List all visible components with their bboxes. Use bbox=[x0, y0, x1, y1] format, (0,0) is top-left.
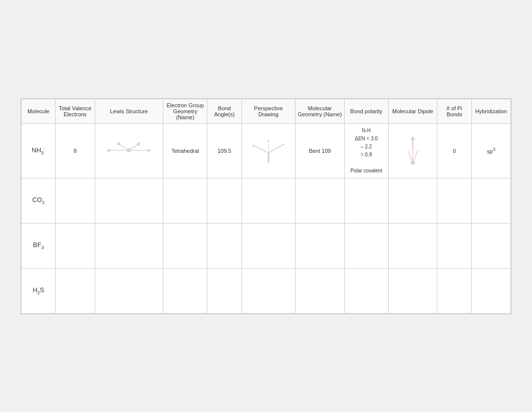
header-row: Molecule Total Valence Electrons Lewis S… bbox=[22, 99, 511, 123]
svg-marker-21 bbox=[411, 136, 415, 140]
svg-point-4 bbox=[147, 149, 150, 152]
cell-mgeo-nh3: Bent 109 bbox=[296, 123, 345, 178]
cell-lewis-h2s bbox=[95, 268, 163, 313]
svg-point-19 bbox=[411, 161, 415, 165]
svg-point-13 bbox=[252, 144, 254, 146]
molecular-dipole-nh3 bbox=[398, 133, 428, 168]
header-lewis: Lewis Structure bbox=[95, 99, 163, 123]
svg-point-6 bbox=[137, 142, 140, 145]
svg-point-15 bbox=[268, 139, 270, 141]
perspective-drawing-nh3 bbox=[248, 135, 289, 165]
header-valence: Total Valence Electrons bbox=[56, 99, 95, 123]
cell-valence-h2s bbox=[56, 268, 95, 313]
cell-egeo-co2 bbox=[163, 178, 207, 223]
header-pibond: # of Pi Bonds bbox=[437, 99, 471, 123]
cell-angle-nh3: 109.5 bbox=[207, 123, 241, 178]
svg-line-9 bbox=[269, 144, 284, 153]
cell-pibond-co2 bbox=[437, 178, 471, 223]
table-row: BF3 bbox=[22, 223, 511, 268]
main-table-container: Molecule Total Valence Electrons Lewis S… bbox=[21, 98, 511, 314]
cell-bpol-nh3: N-H ΔEN = 3.0 – 2.2 = 0.8 Polar covalent bbox=[344, 123, 388, 178]
header-mdip: Molecular Dipole bbox=[388, 99, 437, 123]
svg-point-7 bbox=[127, 148, 131, 152]
cell-pibond-h2s bbox=[437, 268, 471, 313]
cell-persp-h2s bbox=[241, 268, 295, 313]
cell-mgeo-bf3 bbox=[296, 223, 345, 268]
cell-egeo-bf3 bbox=[163, 223, 207, 268]
svg-point-3 bbox=[107, 149, 110, 152]
cell-molecule-nh3: NH3- bbox=[22, 123, 56, 178]
cell-hybrid-nh3: sp3 bbox=[471, 123, 510, 178]
cell-valence-nh3: 8 bbox=[56, 123, 95, 178]
svg-point-14 bbox=[283, 143, 285, 145]
svg-line-17 bbox=[413, 150, 418, 163]
cell-mgeo-h2s bbox=[296, 268, 345, 313]
svg-line-8 bbox=[253, 145, 269, 153]
cell-egeo-h2s bbox=[163, 268, 207, 313]
header-mgeo: Molecular Geometry (Name) bbox=[296, 99, 345, 123]
cell-angle-co2 bbox=[207, 178, 241, 223]
svg-point-12 bbox=[267, 151, 270, 154]
svg-line-16 bbox=[408, 150, 413, 163]
cell-persp-nh3 bbox=[241, 123, 295, 178]
cell-mdip-h2s bbox=[388, 268, 437, 313]
header-persp: Perspective Drawing bbox=[241, 99, 295, 123]
table-row: H2S bbox=[22, 268, 511, 313]
cell-valence-co2 bbox=[56, 178, 95, 223]
cell-persp-bf3 bbox=[241, 223, 295, 268]
cell-egeo-nh3: Tetrahedral bbox=[163, 123, 207, 178]
cell-angle-h2s bbox=[207, 268, 241, 313]
cell-mgeo-co2 bbox=[296, 178, 345, 223]
cell-pibond-bf3 bbox=[437, 223, 471, 268]
header-angle: Bond Angle(s) bbox=[207, 99, 241, 123]
cell-bpol-bf3 bbox=[344, 223, 388, 268]
cell-persp-co2 bbox=[241, 178, 295, 223]
cell-molecule-co2: CO2 bbox=[22, 178, 56, 223]
cell-mdip-co2 bbox=[388, 178, 437, 223]
cell-lewis-nh3 bbox=[95, 123, 163, 178]
cell-hybrid-h2s bbox=[471, 268, 510, 313]
cell-bpol-co2 bbox=[344, 178, 388, 223]
cell-bpol-h2s bbox=[344, 268, 388, 313]
cell-valence-bf3 bbox=[56, 223, 95, 268]
cell-lewis-bf3 bbox=[95, 223, 163, 268]
svg-point-5 bbox=[117, 142, 120, 145]
header-bpol: Bond polarity bbox=[344, 99, 388, 123]
cell-molecule-h2s: H2S bbox=[22, 268, 56, 313]
cell-hybrid-co2 bbox=[471, 178, 510, 223]
cell-molecule-bf3: BF3 bbox=[22, 223, 56, 268]
lewis-structure-nh3 bbox=[104, 138, 154, 163]
cell-pibond-nh3: 0 bbox=[437, 123, 471, 178]
table-row: CO2 bbox=[22, 178, 511, 223]
header-molecule: Molecule bbox=[22, 99, 56, 123]
cell-mdip-nh3 bbox=[388, 123, 437, 178]
header-hybrid: Hybridization bbox=[471, 99, 510, 123]
cell-hybrid-bf3 bbox=[471, 223, 510, 268]
table-row: NH3- 8 bbox=[22, 123, 511, 178]
chemistry-table: Molecule Total Valence Electrons Lewis S… bbox=[21, 99, 511, 314]
cell-mdip-bf3 bbox=[388, 223, 437, 268]
cell-angle-bf3 bbox=[207, 223, 241, 268]
cell-lewis-co2 bbox=[95, 178, 163, 223]
header-egeo: Electron Group Geometry (Name) bbox=[163, 99, 207, 123]
